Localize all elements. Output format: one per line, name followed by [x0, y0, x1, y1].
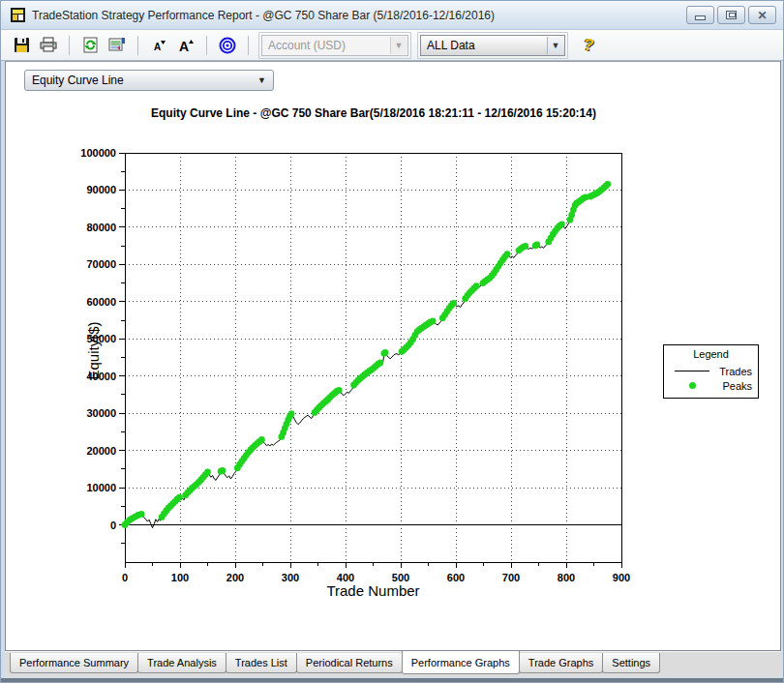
tab-periodical-returns[interactable]: Periodical Returns [296, 653, 403, 673]
data-range-combo-value: ALL Data [427, 39, 475, 52]
tab-trade-graphs[interactable]: Trade Graphs [519, 653, 603, 673]
close-button[interactable]: ✕ [748, 6, 776, 24]
toolbar-separator [248, 36, 249, 55]
chevron-down-icon: ▼ [547, 37, 563, 54]
window-bottom-edge [1, 678, 784, 682]
app-icon [10, 7, 26, 23]
account-combo-value: Account (USD) [268, 39, 346, 52]
svg-text:0: 0 [110, 520, 116, 531]
equity-chart: 0100200300400500600700800900010000200003… [6, 62, 683, 613]
font-decrease-button[interactable]: A [148, 35, 169, 56]
chevron-down-icon: ▼ [390, 37, 407, 54]
svg-text:20000: 20000 [86, 445, 116, 457]
legend-item-peaks: Peaks [664, 378, 758, 393]
tab-trade-analysis[interactable]: Trade Analysis [137, 653, 226, 673]
svg-text:30000: 30000 [86, 407, 116, 419]
minimize-button[interactable] [686, 6, 714, 24]
legend: Legend TradesPeaks [663, 344, 759, 399]
svg-text:80000: 80000 [86, 222, 116, 233]
tab-label: Trade Graphs [528, 657, 593, 668]
tab-label: Settings [612, 657, 650, 668]
refresh-icon [82, 37, 99, 53]
x-axis-label: Trade Number [125, 582, 621, 599]
font-decrease-icon: A [150, 37, 167, 53]
svg-text:A: A [179, 39, 189, 54]
restore-button[interactable] [717, 6, 745, 24]
tab-performance-graphs[interactable]: Performance Graphs [402, 651, 520, 674]
toolbar: A A Account (USD) ▼ [1, 30, 784, 61]
legend-item-label: Peaks [712, 380, 752, 392]
save-button[interactable] [11, 35, 32, 56]
tab-trades-list[interactable]: Trades List [226, 653, 297, 673]
svg-text:A: A [154, 42, 161, 52]
export-image-button[interactable] [106, 35, 128, 56]
font-increase-button[interactable]: A [175, 35, 196, 56]
toolbar-separator [137, 36, 138, 55]
legend-items: TradesPeaks [664, 364, 758, 393]
save-icon [14, 37, 30, 53]
toolbar-separator [69, 36, 70, 55]
toolbar-separator [206, 36, 207, 55]
tab-label: Performance Graphs [411, 657, 510, 668]
font-increase-icon: A [176, 37, 196, 54]
bullseye-button[interactable] [217, 35, 238, 56]
print-icon [40, 37, 57, 53]
y-axis-label: Equity($) [85, 293, 102, 409]
svg-text:100000: 100000 [80, 147, 116, 159]
data-range-combo[interactable]: ALL Data ▼ [420, 35, 565, 56]
svg-text:10000: 10000 [86, 482, 116, 493]
legend-item-trades: Trades [664, 364, 758, 378]
svg-text:90000: 90000 [86, 184, 116, 195]
tab-strip: Performance SummaryTrade AnalysisTrades … [5, 651, 781, 677]
report-content: Equity Curve Line ▼ Equity Curve Line - … [5, 61, 781, 651]
tab-label: Performance Summary [19, 657, 129, 668]
print-button[interactable] [38, 35, 59, 56]
tab-label: Trade Analysis [147, 657, 217, 668]
tab-settings[interactable]: Settings [602, 653, 660, 673]
refresh-button[interactable] [79, 35, 101, 56]
legend-title: Legend [664, 348, 758, 360]
title-bar[interactable]: TradeStation Strategy Performance Report… [1, 1, 784, 30]
tab-label: Trades List [235, 657, 287, 668]
account-combo[interactable]: Account (USD) ▼ [261, 35, 408, 56]
dot-sample-icon [672, 382, 712, 389]
tradestation-report-window: TradeStation Strategy Performance Report… [0, 0, 784, 683]
close-icon: ✕ [757, 10, 767, 21]
line-sample-icon [672, 371, 712, 371]
window-title: TradeStation Strategy Performance Report… [32, 9, 495, 22]
help-icon[interactable]: ? [584, 36, 593, 55]
minimize-icon [695, 15, 706, 20]
tab-performance-summary[interactable]: Performance Summary [10, 653, 138, 673]
bullseye-icon [219, 37, 236, 54]
tab-label: Periodical Returns [306, 657, 393, 668]
svg-text:70000: 70000 [86, 258, 116, 270]
restore-icon [726, 11, 737, 19]
export-image-icon [108, 37, 126, 53]
legend-item-label: Trades [712, 366, 752, 377]
